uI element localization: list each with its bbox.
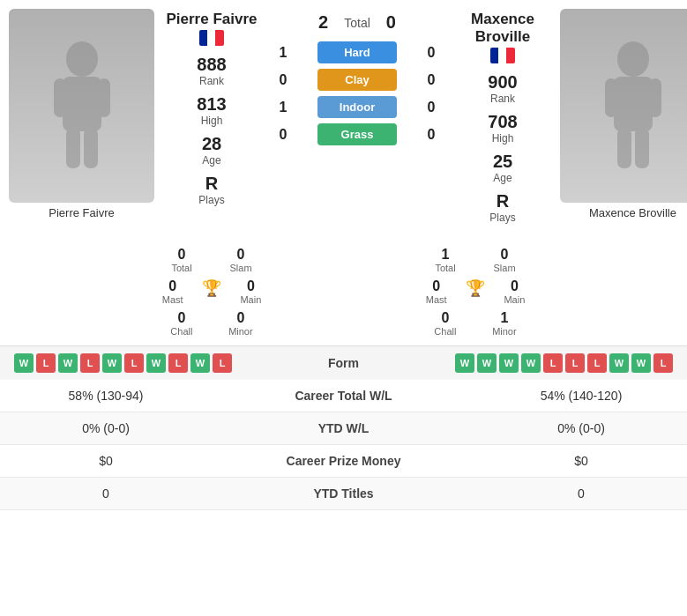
stats-row-right-0: 54% (140-120) (493, 389, 669, 403)
left-mast-val: 0 (168, 278, 176, 294)
left-main-lbl: Main (240, 294, 261, 305)
right-stats-grid: 1 Total 0 Slam 0 Mast 🏆 0 Main (418, 241, 533, 337)
right-form-badge-w: W (455, 353, 474, 373)
surface-grass-right: 0 (421, 127, 442, 143)
stats-row-1: 0% (0-0)YTD W/L0% (0-0) (0, 412, 687, 445)
right-rank-block: 900 Rank (452, 72, 553, 105)
right-stats-row2: 0 Mast 🏆 0 Main (418, 278, 533, 305)
center-total-label: Total (344, 16, 370, 30)
left-chall-lbl: Chall (170, 326, 192, 337)
left-form-badge-l: L (168, 353, 188, 373)
right-silhouette-svg (598, 40, 668, 172)
right-main-lbl: Main (504, 294, 525, 305)
right-player-name: Maxence Broville (452, 11, 553, 46)
right-stats-grid-spacer (533, 241, 678, 337)
left-chall-stat: 0 Chall (170, 310, 192, 337)
stats-row-center-3: YTD Titles (194, 486, 493, 501)
svg-rect-11 (635, 128, 649, 168)
left-age-label: Age (202, 154, 220, 167)
right-form-badge-w: W (631, 353, 651, 373)
left-main-stat: 0 Main (240, 278, 261, 305)
left-rank-block: 888 Rank (161, 55, 262, 87)
right-total-stat: 1 Total (435, 247, 455, 273)
left-age-block: 28 Age (161, 134, 262, 167)
left-rank-label: Rank (199, 75, 224, 87)
surface-hard-badge: Hard (317, 41, 397, 63)
stats-row-left-1: 0% (0-0) (18, 421, 194, 435)
left-silhouette-svg (47, 40, 117, 172)
svg-rect-1 (63, 77, 101, 131)
right-total-val: 1 (442, 247, 450, 263)
surface-row-grass: 0 Grass 0 (273, 123, 442, 145)
center-total-right: 0 (386, 12, 396, 33)
right-age-label: Age (493, 172, 512, 184)
right-high-value: 708 (488, 112, 517, 132)
right-player-photo (560, 9, 687, 203)
left-form-badge-l: L (36, 353, 56, 373)
surface-row-indoor: 1 Indoor 0 (273, 96, 442, 118)
right-form-badge-l: L (587, 353, 607, 373)
left-form-badge-w: W (146, 353, 166, 373)
right-chall-lbl: Chall (434, 326, 456, 337)
stats-rows-container: 58% (130-94)Career Total W/L54% (140-120… (0, 380, 687, 510)
stats-row-center-2: Career Prize Money (194, 454, 493, 468)
right-form-badge-w: W (477, 353, 497, 373)
left-plays-value: R (205, 174, 218, 194)
left-mast-stat: 0 Mast (162, 278, 183, 305)
center-total-left: 2 (318, 12, 328, 33)
right-chall-stat: 0 Chall (434, 310, 456, 337)
right-stats-row1: 1 Total 0 Slam (418, 247, 533, 273)
left-player-photo (9, 9, 154, 203)
left-high-value: 813 (197, 94, 226, 115)
svg-rect-7 (614, 77, 653, 131)
surface-indoor-badge: Indoor (317, 96, 397, 118)
svg-rect-3 (98, 78, 110, 117)
right-form-badge-w: W (609, 353, 629, 373)
right-age-value: 25 (493, 152, 512, 172)
surface-hard-left: 1 (273, 45, 294, 61)
right-high-block: 708 High (452, 112, 553, 145)
left-main-val: 0 (247, 278, 255, 294)
form-section: WLWLWLWLWL Form WWWWLLLWWL (0, 345, 687, 380)
left-player-photo-area: Pierre Faivre (9, 9, 154, 233)
left-slam-val: 0 (237, 247, 245, 263)
right-player-panel: Maxence Broville 900 Rank 708 High 25 Ag… (445, 9, 560, 233)
left-minor-val: 0 (236, 310, 244, 326)
left-plays-block: R Plays (161, 174, 262, 206)
surface-grass-badge: Grass (317, 123, 397, 145)
left-player-panel: Pierre Faivre 888 Rank 813 High 28 Age R… (154, 9, 269, 233)
svg-rect-5 (84, 128, 98, 168)
left-stats-grid-spacer (9, 241, 154, 337)
left-player-name: Pierre Faivre (166, 11, 257, 28)
right-form-badge-l: L (653, 353, 673, 373)
right-plays-block: R Plays (452, 191, 553, 224)
svg-rect-8 (605, 78, 617, 117)
right-plays-value: R (497, 191, 509, 212)
right-total-lbl: Total (435, 263, 455, 273)
center-spacer (269, 241, 418, 337)
right-player-photo-area: Maxence Broville (560, 9, 687, 233)
left-flag (199, 30, 224, 46)
surface-clay-right: 0 (421, 72, 442, 88)
center-total-row: 2 Total 0 (273, 12, 442, 33)
svg-rect-9 (649, 78, 661, 117)
left-mast-lbl: Mast (162, 294, 183, 305)
right-minor-lbl: Minor (492, 326, 517, 337)
right-main-val: 0 (511, 278, 519, 294)
left-form-badge-w: W (14, 353, 34, 373)
player-stats-section: 0 Total 0 Slam 0 Mast 🏆 0 Main (0, 241, 687, 345)
right-slam-val: 0 (501, 247, 509, 263)
right-main-stat: 0 Main (504, 278, 525, 305)
surface-hard-right: 0 (421, 45, 442, 61)
stats-row-left-2: $0 (18, 454, 194, 468)
svg-point-6 (617, 41, 649, 77)
right-slam-stat: 0 Slam (494, 247, 516, 273)
stats-row-left-3: 0 (18, 486, 194, 501)
left-player-photo-name: Pierre Faivre (9, 206, 154, 219)
left-slam-stat: 0 Slam (230, 247, 252, 273)
left-slam-lbl: Slam (230, 263, 252, 273)
right-minor-stat: 1 Minor (492, 310, 517, 337)
main-container: Pierre Faivre Pierre Faivre 888 Rank 813… (0, 0, 687, 510)
left-high-block: 813 High (161, 94, 262, 127)
stats-row-0: 58% (130-94)Career Total W/L54% (140-120… (0, 380, 687, 412)
